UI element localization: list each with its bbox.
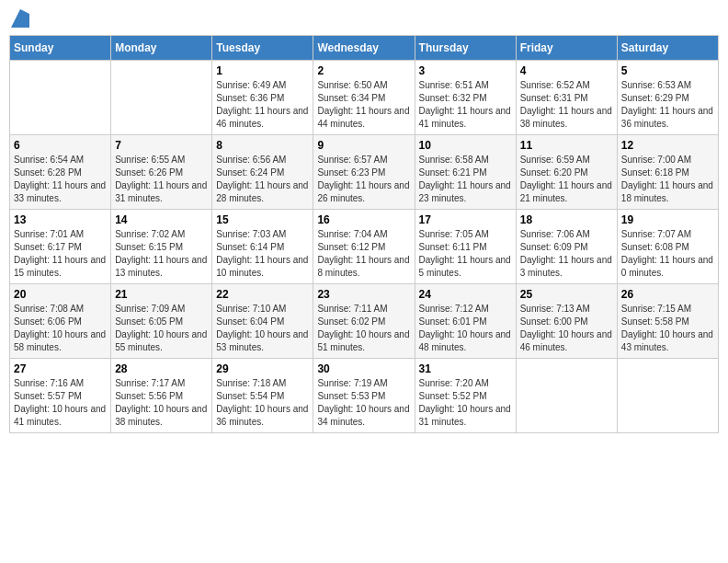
- day-info: Sunrise: 6:51 AMSunset: 6:32 PMDaylight:…: [419, 79, 512, 131]
- day-info: Sunrise: 7:18 AMSunset: 5:54 PMDaylight:…: [216, 377, 309, 429]
- day-number: 20: [14, 288, 107, 301]
- day-number: 3: [419, 64, 512, 77]
- day-info: Sunrise: 7:10 AMSunset: 6:04 PMDaylight:…: [216, 303, 309, 354]
- calendar-cell: 1 Sunrise: 6:49 AMSunset: 6:36 PMDayligh…: [212, 61, 313, 135]
- day-info: Sunrise: 7:17 AMSunset: 5:56 PMDaylight:…: [115, 377, 208, 429]
- calendar-header-row: SundayMondayTuesdayWednesdayThursdayFrid…: [10, 36, 719, 61]
- calendar-cell: 7 Sunrise: 6:55 AMSunset: 6:26 PMDayligh…: [111, 135, 212, 210]
- day-number: 28: [115, 362, 208, 375]
- page-header: [9, 9, 719, 28]
- day-info: Sunrise: 7:01 AMSunset: 6:17 PMDaylight:…: [14, 228, 107, 280]
- day-number: 9: [317, 139, 410, 152]
- calendar-cell: 12 Sunrise: 7:00 AMSunset: 6:18 PMDaylig…: [617, 135, 718, 210]
- day-number: 26: [621, 288, 714, 301]
- day-number: 6: [14, 139, 107, 152]
- calendar-cell: 31 Sunrise: 7:20 AMSunset: 5:52 PMDaylig…: [415, 359, 516, 433]
- calendar-header-sunday: Sunday: [10, 36, 111, 61]
- day-number: 21: [115, 288, 208, 301]
- day-number: 31: [419, 362, 512, 375]
- calendar-week-row: 20 Sunrise: 7:08 AMSunset: 6:06 PMDaylig…: [10, 284, 719, 359]
- day-number: 13: [14, 213, 107, 226]
- calendar-header-thursday: Thursday: [415, 36, 516, 61]
- calendar-cell: 6 Sunrise: 6:54 AMSunset: 6:28 PMDayligh…: [10, 135, 111, 210]
- day-number: 25: [520, 288, 613, 301]
- day-number: 30: [317, 362, 410, 375]
- day-info: Sunrise: 6:50 AMSunset: 6:34 PMDaylight:…: [317, 79, 410, 131]
- day-info: Sunrise: 7:13 AMSunset: 6:00 PMDaylight:…: [520, 303, 613, 354]
- calendar-cell: 14 Sunrise: 7:02 AMSunset: 6:15 PMDaylig…: [111, 210, 212, 284]
- calendar-cell: 27 Sunrise: 7:16 AMSunset: 5:57 PMDaylig…: [10, 359, 111, 433]
- calendar-header-tuesday: Tuesday: [212, 36, 313, 61]
- calendar-cell: 2 Sunrise: 6:50 AMSunset: 6:34 PMDayligh…: [313, 61, 415, 135]
- day-number: 19: [621, 213, 714, 226]
- calendar-cell: 23 Sunrise: 7:11 AMSunset: 6:02 PMDaylig…: [313, 284, 415, 359]
- day-number: 18: [520, 213, 613, 226]
- calendar-week-row: 27 Sunrise: 7:16 AMSunset: 5:57 PMDaylig…: [10, 359, 719, 433]
- day-number: 27: [14, 362, 107, 375]
- calendar-cell: 22 Sunrise: 7:10 AMSunset: 6:04 PMDaylig…: [212, 284, 313, 359]
- day-info: Sunrise: 7:05 AMSunset: 6:11 PMDaylight:…: [419, 228, 512, 280]
- day-info: Sunrise: 7:06 AMSunset: 6:09 PMDaylight:…: [520, 228, 613, 280]
- calendar-cell: 5 Sunrise: 6:53 AMSunset: 6:29 PMDayligh…: [617, 61, 718, 135]
- day-info: Sunrise: 7:09 AMSunset: 6:05 PMDaylight:…: [115, 303, 208, 354]
- calendar-cell: 21 Sunrise: 7:09 AMSunset: 6:05 PMDaylig…: [111, 284, 212, 359]
- day-number: 24: [419, 288, 512, 301]
- calendar-week-row: 1 Sunrise: 6:49 AMSunset: 6:36 PMDayligh…: [10, 61, 719, 135]
- day-info: Sunrise: 7:02 AMSunset: 6:15 PMDaylight:…: [115, 228, 208, 280]
- day-info: Sunrise: 7:19 AMSunset: 5:53 PMDaylight:…: [317, 377, 410, 429]
- calendar-cell: 24 Sunrise: 7:12 AMSunset: 6:01 PMDaylig…: [415, 284, 516, 359]
- calendar-cell: 15 Sunrise: 7:03 AMSunset: 6:14 PMDaylig…: [212, 210, 313, 284]
- calendar-cell: 25 Sunrise: 7:13 AMSunset: 6:00 PMDaylig…: [516, 284, 617, 359]
- calendar-week-row: 6 Sunrise: 6:54 AMSunset: 6:28 PMDayligh…: [10, 135, 719, 210]
- calendar-cell: 3 Sunrise: 6:51 AMSunset: 6:32 PMDayligh…: [415, 61, 516, 135]
- calendar-cell: 8 Sunrise: 6:56 AMSunset: 6:24 PMDayligh…: [212, 135, 313, 210]
- calendar-cell: 18 Sunrise: 7:06 AMSunset: 6:09 PMDaylig…: [516, 210, 617, 284]
- day-info: Sunrise: 6:57 AMSunset: 6:23 PMDaylight:…: [317, 154, 410, 205]
- calendar-cell: 11 Sunrise: 6:59 AMSunset: 6:20 PMDaylig…: [516, 135, 617, 210]
- day-info: Sunrise: 7:11 AMSunset: 6:02 PMDaylight:…: [317, 303, 410, 354]
- calendar-header-saturday: Saturday: [617, 36, 718, 61]
- calendar-table: SundayMondayTuesdayWednesdayThursdayFrid…: [9, 35, 719, 433]
- day-number: 1: [216, 64, 309, 77]
- day-info: Sunrise: 7:15 AMSunset: 5:58 PMDaylight:…: [621, 303, 714, 354]
- calendar-cell: 30 Sunrise: 7:19 AMSunset: 5:53 PMDaylig…: [313, 359, 415, 433]
- day-info: Sunrise: 7:03 AMSunset: 6:14 PMDaylight:…: [216, 228, 309, 280]
- calendar-cell: 10 Sunrise: 6:58 AMSunset: 6:21 PMDaylig…: [415, 135, 516, 210]
- day-info: Sunrise: 6:55 AMSunset: 6:26 PMDaylight:…: [115, 154, 208, 205]
- calendar-cell: [111, 61, 212, 135]
- day-number: 2: [317, 64, 410, 77]
- calendar-header-wednesday: Wednesday: [313, 36, 415, 61]
- day-number: 14: [115, 213, 208, 226]
- calendar-cell: 17 Sunrise: 7:05 AMSunset: 6:11 PMDaylig…: [415, 210, 516, 284]
- day-number: 29: [216, 362, 309, 375]
- calendar-cell: 26 Sunrise: 7:15 AMSunset: 5:58 PMDaylig…: [617, 284, 718, 359]
- day-number: 12: [621, 139, 714, 152]
- day-number: 4: [520, 64, 613, 77]
- day-number: 17: [419, 213, 512, 226]
- day-info: Sunrise: 7:04 AMSunset: 6:12 PMDaylight:…: [317, 228, 410, 280]
- day-info: Sunrise: 6:59 AMSunset: 6:20 PMDaylight:…: [520, 154, 613, 205]
- day-info: Sunrise: 6:54 AMSunset: 6:28 PMDaylight:…: [14, 154, 107, 205]
- calendar-header-friday: Friday: [516, 36, 617, 61]
- day-info: Sunrise: 7:07 AMSunset: 6:08 PMDaylight:…: [621, 228, 714, 280]
- day-info: Sunrise: 6:49 AMSunset: 6:36 PMDaylight:…: [216, 79, 309, 131]
- day-number: 23: [317, 288, 410, 301]
- calendar-cell: 29 Sunrise: 7:18 AMSunset: 5:54 PMDaylig…: [212, 359, 313, 433]
- calendar-cell: 16 Sunrise: 7:04 AMSunset: 6:12 PMDaylig…: [313, 210, 415, 284]
- day-info: Sunrise: 6:56 AMSunset: 6:24 PMDaylight:…: [216, 154, 309, 205]
- day-info: Sunrise: 7:20 AMSunset: 5:52 PMDaylight:…: [419, 377, 512, 429]
- calendar-cell: 13 Sunrise: 7:01 AMSunset: 6:17 PMDaylig…: [10, 210, 111, 284]
- calendar-cell: [516, 359, 617, 433]
- day-number: 15: [216, 213, 309, 226]
- day-number: 8: [216, 139, 309, 152]
- day-number: 7: [115, 139, 208, 152]
- day-number: 5: [621, 64, 714, 77]
- logo-icon: [11, 9, 29, 28]
- day-info: Sunrise: 6:52 AMSunset: 6:31 PMDaylight:…: [520, 79, 613, 131]
- day-number: 10: [419, 139, 512, 152]
- calendar-cell: [10, 61, 111, 135]
- day-info: Sunrise: 7:08 AMSunset: 6:06 PMDaylight:…: [14, 303, 107, 354]
- day-info: Sunrise: 7:00 AMSunset: 6:18 PMDaylight:…: [621, 154, 714, 205]
- day-info: Sunrise: 7:12 AMSunset: 6:01 PMDaylight:…: [419, 303, 512, 354]
- day-number: 22: [216, 288, 309, 301]
